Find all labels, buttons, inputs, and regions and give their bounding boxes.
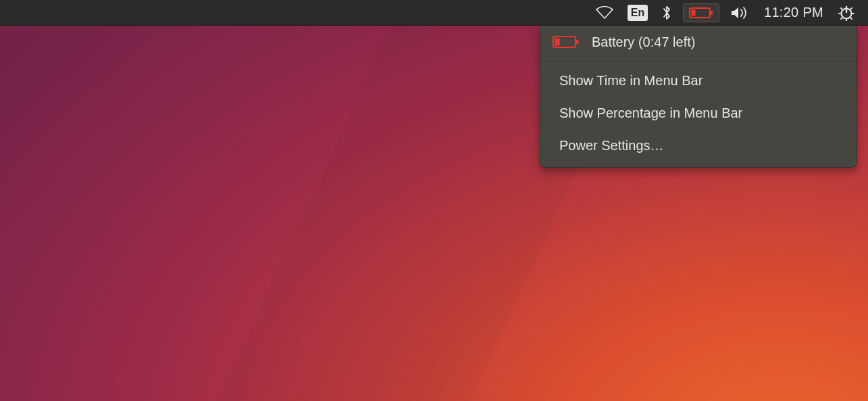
menu-item-label: Power Settings…	[559, 138, 664, 154]
svg-rect-14	[555, 39, 560, 46]
menu-bar: En 11:20 PM	[0, 0, 868, 26]
keyboard-language-indicator[interactable]: En	[621, 0, 655, 26]
svg-line-8	[841, 8, 842, 9]
volume-icon	[730, 5, 749, 20]
battery-status-item[interactable]: Battery (0:47 left)	[540, 26, 857, 58]
sound-indicator[interactable]	[723, 0, 756, 26]
bluetooth-indicator[interactable]	[655, 0, 679, 26]
language-label: En	[631, 7, 644, 19]
battery-indicator[interactable]	[683, 3, 719, 22]
network-indicator[interactable]	[588, 0, 621, 26]
menu-item-show-time[interactable]: Show Time in Menu Bar	[540, 64, 857, 97]
clock-indicator[interactable]: 11:20 PM	[756, 0, 832, 26]
svg-line-9	[851, 8, 852, 9]
language-badge: En	[628, 5, 648, 21]
svg-line-11	[851, 18, 852, 19]
svg-rect-2	[691, 9, 695, 16]
battery-status-label: Battery (0:47 left)	[592, 34, 695, 50]
menu-separator	[540, 61, 857, 62]
menu-item-power-settings[interactable]: Power Settings…	[540, 129, 857, 162]
wifi-icon	[595, 6, 614, 20]
battery-critical-icon	[689, 7, 713, 19]
battery-critical-icon	[553, 35, 580, 49]
battery-menu: Battery (0:47 left) Show Time in Menu Ba…	[540, 26, 857, 168]
menu-item-show-percentage[interactable]: Show Percentage in Menu Bar	[540, 97, 857, 129]
clock-label: 11:20 PM	[764, 5, 823, 20]
svg-rect-13	[576, 40, 579, 45]
session-indicator[interactable]	[832, 0, 861, 26]
bluetooth-icon	[661, 5, 672, 21]
gear-power-icon	[838, 5, 854, 21]
svg-rect-1	[711, 11, 713, 15]
menu-item-label: Show Time in Menu Bar	[559, 73, 703, 89]
menu-item-label: Show Percentage in Menu Bar	[559, 105, 742, 121]
svg-line-10	[841, 18, 842, 19]
